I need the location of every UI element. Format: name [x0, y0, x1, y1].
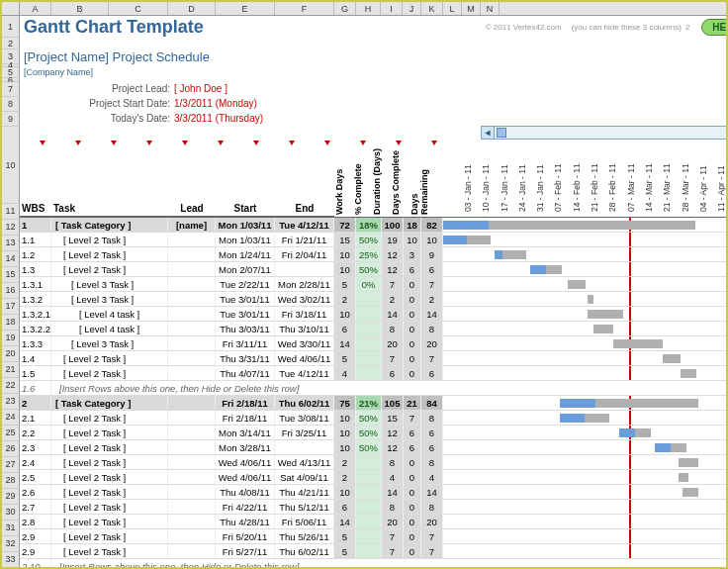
cell-daysremain[interactable]: 6: [421, 366, 443, 380]
cell-dayscomplete[interactable]: 0: [404, 515, 421, 528]
row-num-15[interactable]: 15: [2, 267, 20, 283]
cell-start[interactable]: Mon 2/07/11: [216, 262, 275, 276]
cell-lead[interactable]: [168, 277, 216, 291]
cell-wbs[interactable]: 2.9: [20, 544, 51, 558]
col-header-L[interactable]: L: [443, 2, 462, 15]
col-header-F[interactable]: F: [275, 2, 334, 15]
col-header-K[interactable]: K: [421, 2, 443, 15]
table-row[interactable]: 2.3 [ Level 2 Task ] Mon 3/28/11 10 50% …: [20, 440, 728, 455]
gantt-scroll-left[interactable]: ◄: [481, 126, 495, 140]
cell-lead[interactable]: [168, 485, 216, 499]
cell-start[interactable]: Wed 4/06/11: [216, 470, 275, 484]
cell-dayscomplete[interactable]: 6: [404, 426, 421, 439]
cell-daysremain[interactable]: 8: [421, 500, 443, 514]
cell-pctcomplete[interactable]: 18%: [356, 218, 382, 232]
cell-start[interactable]: Thu 3/03/11: [216, 322, 275, 335]
cell-dayscomplete[interactable]: 10: [404, 233, 421, 246]
help-button[interactable]: HELP: [701, 19, 728, 36]
cell-lead[interactable]: [168, 411, 216, 425]
cell-pctcomplete[interactable]: [356, 455, 382, 469]
cell-daysremain[interactable]: 8: [421, 411, 443, 425]
cell-task[interactable]: [ Level 3 Task ]: [51, 292, 168, 306]
cell-end[interactable]: Fri 2/04/11: [275, 247, 334, 261]
cell-pctcomplete[interactable]: [356, 515, 382, 528]
row-num-7[interactable]: 7: [2, 82, 20, 97]
cell-daysremain[interactable]: 20: [421, 336, 443, 350]
table-row[interactable]: 2.6 [ Level 2 Task ] Thu 4/08/11 Thu 4/2…: [20, 485, 728, 500]
row-num-13[interactable]: 13: [2, 236, 20, 251]
cell-end[interactable]: Mon 2/28/11: [275, 277, 334, 291]
cell-daysremain[interactable]: 2: [421, 292, 443, 306]
cell-wbs[interactable]: 1.2: [20, 247, 51, 261]
table-row[interactable]: 1.3.2 [ Level 3 Task ] Tue 3/01/11 Wed 3…: [20, 292, 728, 307]
cell-daysremain[interactable]: 7: [421, 544, 443, 558]
cell-daysremain[interactable]: 6: [421, 262, 443, 276]
cell-end[interactable]: Thu 4/21/11: [275, 485, 334, 499]
cell-task[interactable]: [ Level 2 Task ]: [51, 544, 168, 558]
cell-duration[interactable]: 7: [382, 529, 404, 543]
cell-end[interactable]: Wed 4/13/11: [275, 455, 334, 469]
cell-dayscomplete[interactable]: 0: [404, 500, 421, 514]
cell-wbs[interactable]: 1.3.3: [20, 336, 51, 350]
cell-dayscomplete[interactable]: 0: [404, 366, 421, 380]
cell-lead[interactable]: [168, 396, 216, 410]
cell-task[interactable]: [ Task Category ]: [51, 396, 168, 410]
cell-pctcomplete[interactable]: [356, 529, 382, 543]
cell-start[interactable]: Mon 1/24/11: [216, 247, 275, 261]
cell-wbs[interactable]: 1.3: [20, 262, 51, 276]
cell-task[interactable]: [ Level 4 task ]: [51, 307, 168, 321]
cell-lead[interactable]: [168, 529, 216, 543]
col-header-B[interactable]: B: [51, 2, 109, 15]
cell-lead[interactable]: [168, 247, 216, 261]
cell-task[interactable]: [ Level 2 Task ]: [51, 455, 168, 469]
cell-start[interactable]: Mon 3/14/11: [216, 426, 275, 439]
cell-start[interactable]: Thu 4/07/11: [216, 366, 275, 380]
cell-duration[interactable]: 7: [382, 277, 404, 291]
cell-lead[interactable]: [168, 322, 216, 335]
cell-task[interactable]: [ Level 3 Task ]: [51, 336, 168, 350]
cell-workdays[interactable]: 10: [334, 440, 356, 454]
cell-task[interactable]: [ Level 2 Task ]: [51, 411, 168, 425]
cell-end[interactable]: Thu 5/12/11: [275, 500, 334, 514]
table-row[interactable]: 1.3.1 [ Level 3 Task ] Tue 2/22/11 Mon 2…: [20, 277, 728, 292]
cell-daysremain[interactable]: 84: [421, 396, 443, 410]
table-row[interactable]: 1.5 [ Level 2 Task ] Thu 4/07/11 Tue 4/1…: [20, 366, 728, 381]
row-num-18[interactable]: 18: [2, 315, 20, 331]
cell-task[interactable]: [ Level 2 Task ]: [51, 351, 168, 365]
cell-end[interactable]: Tue 4/12/11: [275, 218, 334, 232]
lead-value[interactable]: [ John Doe ]: [174, 83, 228, 94]
cell-task[interactable]: [ Level 2 Task ]: [51, 529, 168, 543]
cell-wbs[interactable]: 2.9: [20, 529, 51, 543]
cell-wbs[interactable]: 2.7: [20, 500, 51, 514]
cell-lead[interactable]: [168, 292, 216, 306]
cell-lead[interactable]: [168, 336, 216, 350]
cell-task[interactable]: [ Task Category ]: [51, 218, 168, 232]
table-row[interactable]: 2.9 [ Level 2 Task ] Fri 5/27/11 Thu 6/0…: [20, 544, 728, 559]
startdate-value[interactable]: 1/3/2011 (Monday): [174, 98, 257, 109]
table-row[interactable]: 1.3.3 [ Level 3 Task ] Fri 3/11/11 Wed 3…: [20, 336, 728, 351]
table-row[interactable]: 2.2 [ Level 2 Task ] Mon 3/14/11 Fri 3/2…: [20, 426, 728, 440]
row-num-14[interactable]: 14: [2, 251, 20, 267]
cell-workdays[interactable]: 72: [334, 218, 356, 232]
cell-dayscomplete[interactable]: 0: [404, 455, 421, 469]
cell-workdays[interactable]: 10: [334, 426, 356, 439]
cell-lead[interactable]: [168, 366, 216, 380]
cell-start[interactable]: Thu 4/28/11: [216, 515, 275, 528]
cell-start[interactable]: Fri 2/18/11: [216, 411, 275, 425]
col-header-G[interactable]: G: [334, 2, 356, 15]
cell-workdays[interactable]: 10: [334, 485, 356, 499]
cell-end[interactable]: Thu 6/02/11: [275, 396, 334, 410]
row-num-19[interactable]: 19: [2, 331, 20, 346]
cell-dayscomplete[interactable]: 21: [404, 396, 421, 410]
cell-dayscomplete[interactable]: 0: [404, 351, 421, 365]
cell-task[interactable]: [ Level 2 Task ]: [51, 426, 168, 439]
cell-dayscomplete[interactable]: 7: [404, 411, 421, 425]
cell-lead[interactable]: [168, 455, 216, 469]
cell-duration[interactable]: 7: [382, 351, 404, 365]
cell-pctcomplete[interactable]: [356, 322, 382, 335]
gantt-scroll-track[interactable]: [495, 126, 728, 140]
cell-wbs[interactable]: 1.3.2: [20, 292, 51, 306]
cell-lead[interactable]: [168, 470, 216, 484]
cell-pctcomplete[interactable]: [356, 500, 382, 514]
cell-end[interactable]: Wed 4/06/11: [275, 351, 334, 365]
